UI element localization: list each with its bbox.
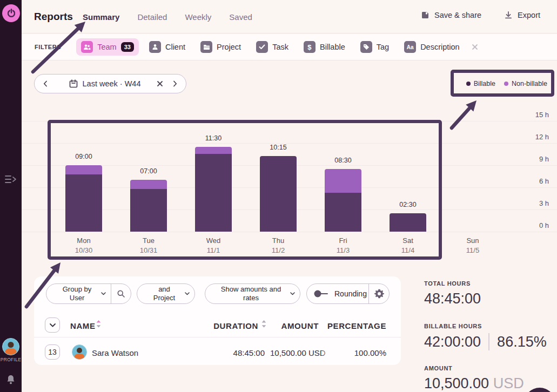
total-hours-value: 48:45:00 [424, 290, 481, 307]
profile-avatar[interactable] [2, 338, 19, 355]
row-avatar [72, 344, 87, 360]
x-axis-date: 11/2 [246, 246, 311, 254]
row-user-name: Sara Watson [92, 348, 138, 357]
bar-fri[interactable] [325, 169, 361, 232]
billable-hours-percent: 86.15% [497, 334, 547, 350]
row-duration: 48:45:00 [205, 348, 265, 357]
annotation-arrow-head [50, 262, 61, 274]
filter-chip-client[interactable]: Client [144, 38, 190, 56]
export-label: Export [518, 11, 540, 19]
tab-summary[interactable]: Summary [83, 12, 119, 22]
filter-chip-team[interactable]: Team 33 [76, 38, 139, 56]
search-users-button[interactable] [111, 284, 131, 303]
bar-wed[interactable] [195, 147, 232, 232]
row-entry-count-badge[interactable]: 13 [45, 344, 60, 360]
clear-filters-button[interactable] [471, 43, 479, 51]
tab-detailed[interactable]: Detailed [137, 12, 167, 22]
gridline [22, 143, 557, 144]
total-hours-label: TOTAL HOURS [424, 280, 471, 287]
filter-chip-description[interactable]: Aa Description [399, 38, 465, 56]
task-check-icon [256, 41, 268, 53]
x-axis-day: Tue [116, 236, 181, 245]
column-header-amount[interactable]: AMOUNT [265, 321, 319, 330]
y-axis-tick: 6 h [516, 177, 549, 185]
filter-chip-billable[interactable]: $ Billable [299, 38, 350, 56]
clear-date-button[interactable] [157, 80, 163, 87]
bell-icon [5, 374, 17, 386]
bar-sat[interactable] [390, 213, 426, 232]
subgroup-select[interactable]: and Project [137, 283, 195, 304]
legend-item-non-billable: Non-billable [504, 80, 547, 87]
y-axis-tick: 3 h [516, 199, 549, 207]
bar-segment-billable [390, 213, 426, 232]
filter-chip-label: Billable [320, 43, 345, 51]
next-week-button[interactable] [164, 80, 186, 87]
group-by-line2: User [53, 294, 101, 302]
profile-label: PROFILE [0, 357, 22, 362]
billable-hours-label: BILLABLE HOURS [424, 323, 482, 329]
tab-weekly[interactable]: Weekly [185, 12, 211, 22]
calendar-icon [69, 79, 78, 88]
tab-saved[interactable]: Saved [229, 12, 252, 22]
chevron-down-icon [101, 284, 111, 303]
bar-total-label: 10:15 [260, 144, 297, 151]
chevron-down-icon [50, 323, 56, 327]
client-icon [149, 41, 161, 53]
amount-number: 10,500.00 [424, 375, 489, 391]
subgroup-line2: Project [144, 294, 185, 302]
bar-segment-billable [195, 154, 232, 232]
x-axis-date: 10/30 [51, 246, 116, 254]
show-amounts-select[interactable]: Show amounts and rates [205, 283, 300, 304]
filter-chip-label: Description [420, 43, 460, 51]
bar-total-label: 09:00 [65, 153, 102, 160]
notifications-button[interactable] [5, 374, 17, 386]
rounding-label: Rounding [334, 289, 367, 298]
team-icon [81, 41, 93, 53]
rounding-control: Rounding [306, 283, 390, 304]
app-sidebar: PROFILE [0, 0, 22, 392]
bar-tue[interactable] [130, 180, 167, 232]
report-tabs: Summary Detailed Weekly Saved [83, 12, 252, 22]
x-axis-day: Sat [375, 236, 440, 245]
billable-dollar-icon: $ [304, 41, 316, 53]
group-by-select[interactable]: Group by User [46, 283, 131, 304]
chevron-down-icon [290, 284, 300, 303]
bar-total-label: 08:30 [325, 157, 361, 164]
y-axis-tick: 0 h [516, 221, 549, 229]
date-range-label: Last week · W44 [83, 79, 141, 88]
column-header-duration[interactable]: DURATION [205, 321, 258, 330]
date-range-button[interactable]: Last week · W44 [56, 79, 153, 88]
filter-chip-tag[interactable]: Tag [355, 38, 394, 56]
export-button[interactable]: Export [504, 11, 540, 19]
filter-chip-project[interactable]: Project [196, 38, 246, 56]
help-bubble-button[interactable] [524, 388, 555, 392]
expand-menu-icon [4, 174, 17, 184]
rounding-toggle[interactable]: Rounding [307, 284, 368, 303]
bar-thu[interactable] [260, 156, 297, 232]
sort-icon-name[interactable] [96, 320, 101, 328]
filters-label: FILTERS [35, 44, 61, 50]
close-icon [471, 43, 479, 51]
filter-chip-task[interactable]: Task [251, 38, 293, 56]
billable-dot [466, 82, 471, 86]
rounding-settings-button[interactable] [368, 284, 389, 303]
bar-segment-billable [65, 174, 102, 232]
prev-week-button[interactable] [35, 80, 56, 87]
expand-all-rows-button[interactable] [45, 317, 60, 333]
column-header-percentage[interactable]: PERCENTAGE [321, 321, 386, 330]
timer-button[interactable] [2, 4, 20, 22]
column-header-name[interactable]: NAME [70, 321, 96, 330]
expand-sidebar-button[interactable] [4, 173, 18, 186]
description-aa-icon: Aa [404, 41, 416, 53]
filter-chip-label: Project [217, 43, 241, 51]
bar-segment-billable [130, 189, 167, 232]
save-share-button[interactable]: Save & share [421, 11, 481, 19]
filter-chip-label: Task [272, 43, 288, 51]
row-amount: 10,500.00 USD [270, 348, 331, 357]
bar-total-label: 02:30 [390, 201, 426, 208]
amount-value: 10,500.00 USD [424, 375, 524, 392]
billable-hours-time: 42:00:00 [424, 334, 481, 350]
y-axis-tick: 9 h [516, 155, 549, 163]
bar-mon[interactable] [65, 165, 102, 232]
y-axis-tick: 15 h [516, 111, 549, 119]
